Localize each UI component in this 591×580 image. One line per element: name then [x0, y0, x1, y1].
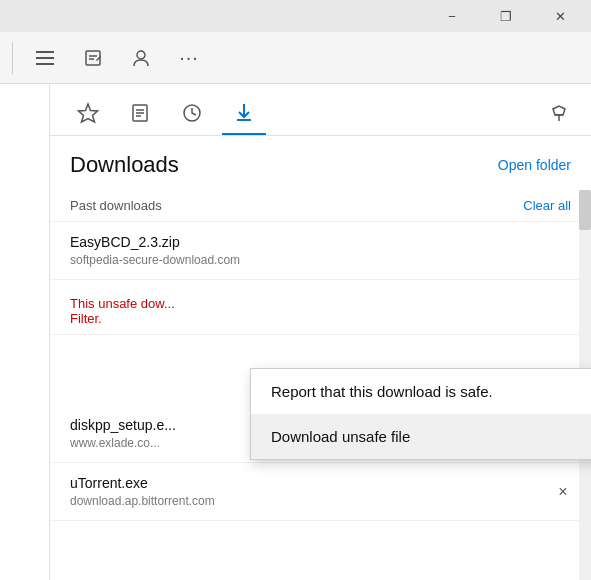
download-filename: uTorrent.exe	[70, 475, 571, 491]
toolbar-divider	[12, 42, 13, 74]
svg-point-4	[137, 51, 145, 59]
tab-downloads[interactable]	[222, 91, 266, 135]
download-filename: EasyBCD_2.3.zip	[70, 234, 571, 250]
download-warning-filter: Filter.	[70, 311, 571, 326]
clear-all-link[interactable]: Clear all	[523, 198, 571, 213]
tab-bar	[50, 84, 591, 136]
close-button[interactable]: ✕	[537, 0, 583, 32]
download-item: EasyBCD_2.3.zip softpedia-secure-downloa…	[50, 222, 591, 280]
browser-toolbar: ···	[0, 32, 591, 84]
context-menu-download-unsafe[interactable]: Download unsafe file	[251, 414, 591, 459]
download-close-button[interactable]: ×	[551, 480, 575, 504]
pin-icon[interactable]	[543, 91, 575, 135]
download-source: softpedia-secure-download.com	[70, 253, 571, 267]
download-warning-text: This unsafe dow...	[70, 296, 571, 311]
context-menu: Report that this download is safe. Downl…	[250, 368, 591, 460]
tab-history[interactable]	[170, 91, 214, 135]
section-header: Past downloads Clear all	[50, 190, 591, 222]
hamburger-lines	[30, 45, 60, 71]
context-menu-report-safe[interactable]: Report that this download is safe.	[251, 369, 591, 414]
section-label: Past downloads	[70, 198, 162, 213]
edit-icon[interactable]	[77, 42, 109, 74]
maximize-button[interactable]: ❐	[483, 0, 529, 32]
title-bar: − ❐ ✕	[0, 0, 591, 32]
minimize-button[interactable]: −	[429, 0, 475, 32]
panel-container: Downloads Open folder Past downloads Cle…	[0, 84, 591, 580]
svg-rect-0	[86, 51, 100, 65]
panel-header: Downloads Open folder	[50, 136, 591, 190]
downloads-scroll-area[interactable]: Past downloads Clear all EasyBCD_2.3.zip…	[50, 190, 591, 580]
download-item-unsafe: This unsafe dow... Filter.	[50, 280, 591, 335]
open-folder-link[interactable]: Open folder	[498, 157, 571, 173]
account-icon[interactable]	[125, 42, 157, 74]
hamburger-menu-icon[interactable]	[29, 42, 61, 74]
more-options-icon[interactable]: ···	[173, 42, 205, 74]
left-sidebar	[0, 84, 50, 580]
download-source: download.ap.bittorrent.com	[70, 494, 571, 508]
tab-reading-list[interactable]	[118, 91, 162, 135]
tab-favorites[interactable]	[66, 91, 110, 135]
panel-title: Downloads	[70, 152, 179, 178]
scrollbar-thumb[interactable]	[579, 190, 591, 230]
svg-marker-5	[79, 104, 98, 122]
download-item-utorrent: uTorrent.exe download.ap.bittorrent.com …	[50, 463, 591, 521]
downloads-panel: Downloads Open folder Past downloads Cle…	[50, 84, 591, 580]
